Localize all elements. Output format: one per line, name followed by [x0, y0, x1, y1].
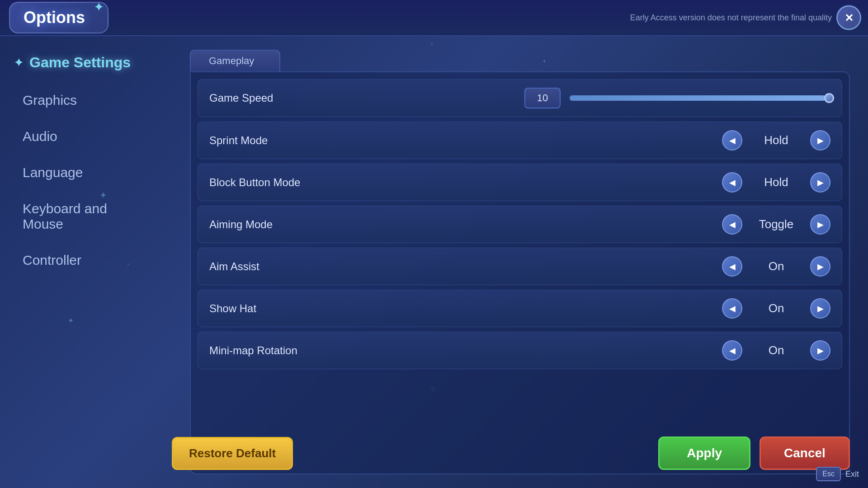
game-speed-row: Game Speed 10 [198, 79, 842, 117]
game-speed-value[interactable]: 10 [524, 88, 561, 108]
block-button-mode-left-btn[interactable]: ◀ [722, 172, 742, 192]
mini-map-rotation-label: Mini-map Rotation [209, 344, 722, 357]
aim-assist-row: Aim Assist ◀ On ▶ [198, 248, 842, 285]
show-hat-right-btn[interactable]: ▶ [810, 298, 830, 319]
header-bar: Options ✦ Early Access version does not … [0, 0, 868, 36]
sidebar-item-controller[interactable]: Controller [14, 244, 158, 276]
aim-assist-left-btn[interactable]: ◀ [722, 256, 742, 277]
game-speed-controls: 10 [524, 88, 830, 108]
title-box: Options ✦ [9, 2, 108, 33]
mini-map-rotation-value: On [749, 343, 803, 357]
sprint-mode-right-btn[interactable]: ▶ [810, 130, 830, 150]
apply-button[interactable]: Apply [658, 436, 750, 470]
sprint-mode-left-btn[interactable]: ◀ [722, 130, 742, 150]
block-button-mode-label: Block Button Mode [209, 176, 722, 189]
close-button[interactable]: ✕ [836, 5, 861, 30]
aiming-mode-row: Aiming Mode ◀ Toggle ▶ [198, 206, 842, 243]
aim-assist-value: On [749, 259, 803, 273]
mini-map-rotation-row: Mini-map Rotation ◀ On ▶ [198, 332, 842, 369]
game-speed-slider-track[interactable] [570, 95, 830, 101]
gameplay-tab[interactable]: Gameplay [190, 50, 280, 71]
show-hat-label: Show Hat [209, 302, 722, 315]
app-title: Options [24, 8, 85, 27]
right-buttons: Apply Cancel [658, 436, 850, 470]
esc-key[interactable]: Esc [816, 467, 841, 481]
block-button-mode-row: Block Button Mode ◀ Hold ▶ [198, 164, 842, 201]
sidebar: ✦ Game Settings Graphics Audio Language … [0, 36, 172, 488]
sidebar-item-graphics[interactable]: Graphics [14, 84, 158, 116]
game-settings-header: ✦ Game Settings [14, 54, 158, 71]
game-settings-title: Game Settings [29, 54, 131, 71]
exit-label: Exit [845, 469, 859, 479]
block-button-mode-value: Hold [749, 175, 803, 189]
title-star-icon: ✦ [94, 0, 104, 14]
early-access-notice: Early Access version does not represent … [630, 13, 832, 23]
sprint-mode-row: Sprint Mode ◀ Hold ▶ [198, 122, 842, 159]
sprint-mode-value: Hold [749, 133, 803, 147]
settings-container: Game Speed 10 Sprint Mode ◀ Hold ▶ [190, 71, 850, 474]
sidebar-item-audio[interactable]: Audio [14, 121, 158, 152]
game-speed-label: Game Speed [209, 92, 515, 104]
aiming-mode-right-btn[interactable]: ▶ [810, 214, 830, 235]
show-hat-value: On [749, 301, 803, 315]
aiming-mode-value: Toggle [749, 217, 803, 231]
aim-assist-controls: ◀ On ▶ [722, 256, 830, 277]
aiming-mode-left-btn[interactable]: ◀ [722, 214, 742, 235]
block-button-mode-right-btn[interactable]: ▶ [810, 172, 830, 192]
game-speed-slider-thumb[interactable] [824, 93, 834, 103]
mini-map-rotation-left-btn[interactable]: ◀ [722, 340, 742, 361]
mini-map-rotation-controls: ◀ On ▶ [722, 340, 830, 361]
block-button-mode-controls: ◀ Hold ▶ [722, 172, 830, 192]
restore-default-button[interactable]: Restore Default [172, 437, 293, 470]
cancel-button[interactable]: Cancel [760, 436, 850, 470]
show-hat-controls: ◀ On ▶ [722, 298, 830, 319]
footer: Esc Exit [816, 467, 859, 481]
sparkle-icon: ✦ [14, 55, 24, 70]
aim-assist-label: Aim Assist [209, 260, 722, 273]
game-speed-slider-fill [570, 95, 825, 101]
mini-map-rotation-right-btn[interactable]: ▶ [810, 340, 830, 361]
aiming-mode-label: Aiming Mode [209, 218, 722, 231]
show-hat-row: Show Hat ◀ On ▶ [198, 290, 842, 327]
sprint-mode-label: Sprint Mode [209, 134, 722, 147]
aim-assist-right-btn[interactable]: ▶ [810, 256, 830, 277]
aiming-mode-controls: ◀ Toggle ▶ [722, 214, 830, 235]
sidebar-item-keyboard-mouse[interactable]: Keyboard and Mouse [14, 193, 158, 240]
sidebar-item-language[interactable]: Language [14, 157, 158, 188]
content-panel: Gameplay Game Speed 10 Sprint Mode ◀ [172, 36, 868, 488]
bottom-bar: Restore Default Apply Cancel [172, 436, 850, 470]
show-hat-left-btn[interactable]: ◀ [722, 298, 742, 319]
sprint-mode-controls: ◀ Hold ▶ [722, 130, 830, 150]
main-content: ✦ Game Settings Graphics Audio Language … [0, 36, 868, 488]
